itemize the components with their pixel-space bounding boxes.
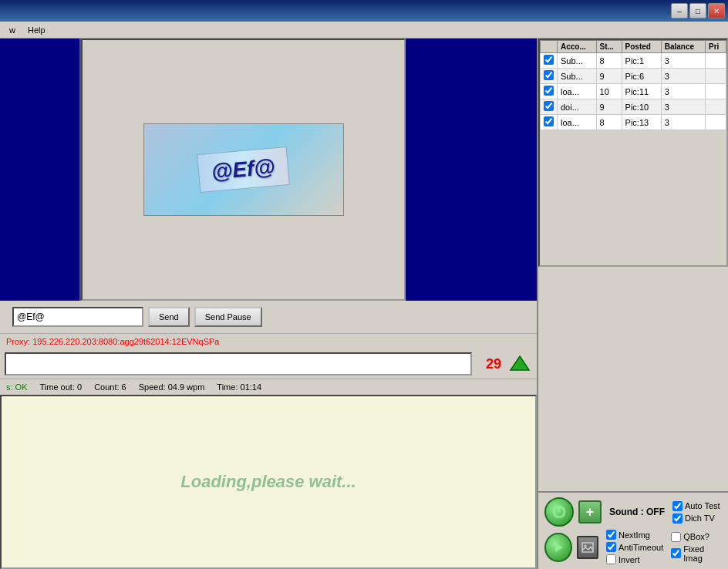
table-row: doi... 9 Pic:10 3: [541, 99, 726, 115]
next-img-label: NextImg: [618, 530, 650, 540]
row-balance: 3: [661, 53, 705, 69]
window-controls: – □ ✕: [671, 3, 725, 19]
dich-tv-checkbox[interactable]: [672, 513, 682, 524]
qbox-label: QBox?: [683, 532, 709, 541]
row-account: loa...: [558, 84, 597, 99]
time-label: Time: 01:14: [217, 382, 261, 392]
col-header-pri: Pri: [705, 41, 726, 53]
play-icon: [552, 541, 565, 554]
next-img-checkbox[interactable]: [606, 530, 616, 540]
power-button[interactable]: [544, 497, 574, 527]
col-header-account: Acco...: [558, 41, 597, 53]
col-header-check: [541, 41, 558, 53]
captcha-text: @Ef@: [197, 146, 290, 193]
row-checkbox[interactable]: [544, 55, 554, 65]
row-posted: Pic:11: [622, 84, 661, 99]
row-checkbox-cell[interactable]: [541, 69, 558, 84]
row-status: 8: [596, 53, 622, 69]
loading-panel: Loading,please wait...: [0, 395, 537, 569]
timeout-label: Time out: 0: [40, 382, 83, 392]
invert-checkbox-label[interactable]: Invert: [606, 554, 663, 564]
play-button[interactable]: [544, 533, 572, 562]
power-icon: [551, 504, 567, 520]
dich-tv-label: Dich TV: [685, 513, 715, 523]
captcha-image: @Ef@: [143, 123, 344, 216]
next-img-checkbox-label[interactable]: NextImg: [606, 530, 663, 540]
row-checkbox[interactable]: [544, 86, 554, 96]
col-header-balance: Balance: [661, 41, 705, 53]
row-checkbox-cell[interactable]: [541, 115, 558, 130]
row-status: 10: [596, 84, 622, 99]
row-posted: Pic:13: [622, 115, 661, 130]
speed-label: Speed: 04.9 wpm: [139, 382, 205, 392]
captcha-area: @Ef@: [81, 39, 406, 301]
send-pause-button[interactable]: Send Pause: [194, 307, 262, 327]
row-pri: [705, 115, 726, 130]
row-balance: 3: [661, 99, 705, 115]
invert-checkbox[interactable]: [606, 554, 616, 564]
row-pri: [705, 69, 726, 84]
status-bar: s: OK Time out: 0 Count: 6 Speed: 04.9 w…: [0, 379, 537, 395]
fixed-imag-checkbox-label[interactable]: Fixed Imag: [671, 544, 722, 563]
auto-test-checkbox[interactable]: [672, 501, 682, 511]
bottom-row2: NextImg AntiTimeout Invert QBox?: [544, 530, 722, 564]
row-pri: [705, 84, 726, 99]
maximize-button[interactable]: □: [689, 3, 706, 19]
arrow-up-button[interactable]: [507, 352, 532, 375]
fixed-imag-checkbox[interactable]: [671, 548, 681, 558]
row-checkbox[interactable]: [544, 101, 554, 111]
input-row: Send Send Pause: [0, 301, 537, 333]
qbox-checkbox-label[interactable]: QBox?: [671, 532, 722, 542]
menu-view[interactable]: w: [3, 24, 22, 36]
row-status: 9: [596, 99, 622, 115]
row-status: 9: [596, 69, 622, 84]
table-row: loa... 8 Pic:13 3: [541, 115, 726, 130]
row-balance: 3: [661, 84, 705, 99]
menu-help[interactable]: Help: [22, 24, 52, 36]
anti-timeout-checkbox[interactable]: [606, 542, 616, 552]
count-display: 29: [478, 356, 501, 372]
row-checkbox[interactable]: [544, 116, 554, 126]
progress-row: 29: [0, 349, 537, 379]
captcha-input[interactable]: [12, 307, 143, 327]
row-posted: Pic:1: [622, 53, 661, 69]
row-status: 8: [596, 115, 622, 130]
row-checkbox-cell[interactable]: [541, 84, 558, 99]
row-checkbox[interactable]: [544, 70, 554, 80]
row-posted: Pic:10: [622, 99, 661, 115]
arrow-up-icon: [509, 353, 531, 375]
send-button[interactable]: Send: [148, 307, 190, 327]
bottom-row1: + Sound : OFF Auto Test Dich TV: [544, 497, 722, 527]
image-button[interactable]: [577, 536, 598, 559]
invert-label: Invert: [618, 555, 640, 564]
minimize-button[interactable]: –: [671, 3, 688, 19]
row-pri: [705, 99, 726, 115]
right-panel: Acco... St... Posted Balance Pri Sub... …: [537, 39, 728, 569]
row-account: doi...: [558, 99, 597, 115]
row-checkbox-cell[interactable]: [541, 99, 558, 115]
svg-marker-3: [555, 543, 563, 552]
anti-timeout-label: AntiTimeout: [618, 543, 663, 552]
table-row: Sub... 8 Pic:1 3: [541, 53, 726, 69]
account-list-area: Acco... St... Posted Balance Pri Sub... …: [538, 39, 728, 267]
close-button[interactable]: ✕: [708, 3, 725, 19]
main-container: @Ef@ Send Send Pause Proxy: 195.226.220.…: [0, 39, 728, 569]
svg-point-5: [584, 544, 586, 547]
table-row: Sub... 9 Pic:6 3: [541, 69, 726, 84]
col-header-status: St...: [596, 41, 622, 53]
sound-label: Sound : OFF: [609, 507, 665, 517]
auto-test-label: Auto Test: [685, 501, 720, 510]
left-panel: @Ef@ Send Send Pause Proxy: 195.226.220.…: [0, 39, 537, 569]
qbox-checkbox[interactable]: [671, 532, 681, 542]
table-row: loa... 10 Pic:11 3: [541, 84, 726, 99]
bottom-controls: + Sound : OFF Auto Test Dich TV: [538, 491, 728, 569]
anti-timeout-checkbox-label[interactable]: AntiTimeout: [606, 542, 663, 552]
plus-button[interactable]: +: [578, 500, 602, 524]
auto-test-checkbox-label[interactable]: Auto Test: [672, 501, 720, 511]
row-checkbox-cell[interactable]: [541, 53, 558, 69]
dich-tv-checkbox-label[interactable]: Dich TV: [672, 513, 720, 524]
row-balance: 3: [661, 115, 705, 130]
menu-bar: w Help: [0, 22, 728, 39]
progress-bar: [5, 352, 472, 375]
empty-area: [538, 267, 728, 492]
